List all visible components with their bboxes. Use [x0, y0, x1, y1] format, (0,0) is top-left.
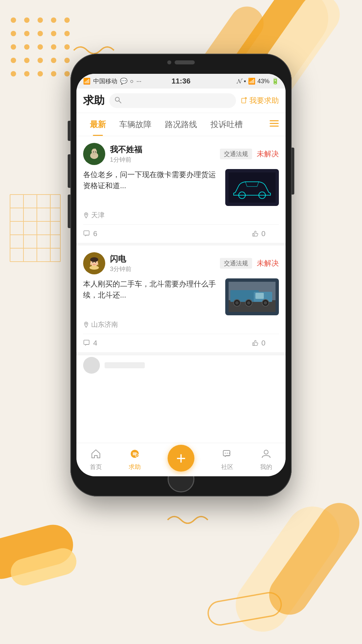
svg-point-17 — [64, 44, 70, 50]
svg-point-16 — [51, 44, 56, 50]
phone-screen: 📶 中国移动 💬 ○ ··· 11:36 𝓝 ▪️ 📶 43% 🔋 求助 — [76, 74, 286, 476]
phone-device: 📶 中国移动 💬 ○ ··· 11:36 𝓝 ▪️ 📶 43% 🔋 求助 — [70, 54, 292, 496]
avatar — [83, 252, 105, 274]
post-time: 3分钟前 — [110, 265, 215, 273]
post-body: 本人刚买的二手车，北斗需要办理什么手续，北斗还... — [83, 278, 279, 315]
svg-point-26 — [51, 71, 56, 76]
svg-point-87 — [227, 453, 228, 454]
location-text: 天津 — [91, 211, 105, 220]
nav-add-button[interactable]: + — [168, 445, 194, 472]
svg-point-15 — [38, 44, 43, 50]
tab-bar: 最新 车辆故障 路况路线 投诉吐槽 — [76, 113, 286, 136]
post-text: 本人刚买的二手车，北斗需要办理什么手续，北斗还... — [83, 278, 221, 315]
svg-point-86 — [225, 453, 226, 454]
nav-mine[interactable]: 我的 — [260, 448, 272, 471]
post-tag: 交通法规 — [220, 149, 252, 159]
post-body: 各位老乡，问一下现在微卡需要办理货运资格证和道... — [83, 169, 279, 206]
status-left: 📶 中国移动 💬 ○ ··· — [83, 77, 141, 85]
svg-point-57 — [95, 152, 96, 153]
svg-point-5 — [38, 17, 43, 23]
post-header: 我不姓福 1分钟前 交通法规 未解决 — [83, 143, 279, 165]
nav-community-label: 社区 — [221, 463, 233, 471]
tab-road-conditions[interactable]: 路况路线 — [158, 113, 204, 136]
nav-help-label: 求助 — [129, 463, 141, 471]
comment-count: 4 — [93, 339, 97, 347]
search-icon — [115, 97, 121, 105]
nav-help[interactable]: 求助 — [129, 448, 141, 471]
comment-count: 6 — [93, 229, 97, 238]
svg-point-78 — [235, 301, 239, 305]
nav-community[interactable]: 社区 — [221, 448, 233, 471]
post-header: 闪电 3分钟前 交通法规 未解决 — [83, 252, 279, 274]
location-text: 山东济南 — [91, 320, 118, 329]
svg-point-21 — [51, 58, 56, 63]
svg-point-25 — [38, 71, 43, 76]
like-count: 0 — [261, 339, 265, 347]
post-actions: 4 0 — [83, 334, 279, 352]
svg-point-12 — [64, 31, 70, 36]
like-action[interactable]: 0 — [251, 229, 265, 238]
community-nav-icon — [222, 448, 232, 462]
dots-icon: ··· — [136, 78, 141, 85]
app-title: 求助 — [83, 93, 105, 108]
status-right: 𝓝 ▪️ 📶 43% 🔋 — [237, 77, 279, 85]
signal-icon: 📶 — [83, 77, 90, 85]
svg-point-68 — [89, 266, 99, 270]
help-btn-label: 我要求助 — [249, 96, 279, 106]
svg-point-27 — [64, 71, 70, 76]
battery-label: 43% — [257, 78, 269, 85]
partial-post — [76, 355, 286, 375]
search-bar[interactable] — [109, 93, 236, 108]
post-meta: 闪电 3分钟前 — [110, 254, 215, 273]
home-nav-icon — [91, 448, 101, 462]
svg-point-10 — [38, 31, 43, 36]
bottom-nav: 首页 求助 + — [76, 443, 286, 476]
svg-point-65 — [90, 257, 98, 262]
svg-rect-62 — [84, 231, 89, 235]
svg-point-9 — [24, 31, 29, 36]
status-bar: 📶 中国移动 💬 ○ ··· 11:36 𝓝 ▪️ 📶 43% 🔋 — [76, 74, 286, 89]
svg-point-24 — [24, 71, 29, 76]
svg-point-61 — [85, 214, 87, 215]
message-icon: ○ — [130, 78, 134, 85]
tab-latest[interactable]: 最新 — [83, 113, 113, 136]
svg-point-55 — [94, 149, 96, 152]
feed: 我不姓福 1分钟前 交通法规 未解决 各位老乡，问一下现在微卡需要办理货运资格证… — [76, 136, 286, 443]
svg-point-79 — [247, 301, 250, 305]
svg-rect-74 — [255, 293, 264, 299]
mine-nav-icon — [261, 448, 271, 462]
like-action[interactable]: 0 — [251, 339, 265, 347]
post-card: 闪电 3分钟前 交通法规 未解决 本人刚买的二手车，北斗需要办理什么手续，北斗还… — [76, 246, 286, 355]
svg-rect-82 — [84, 340, 89, 344]
svg-point-13 — [11, 44, 16, 50]
nav-mine-label: 我的 — [260, 463, 272, 471]
comment-action[interactable]: 4 — [83, 339, 97, 347]
post-username: 我不姓福 — [110, 144, 215, 155]
post-location: 山东济南 — [83, 320, 279, 329]
status-time: 11:36 — [172, 77, 190, 86]
post-status: 未解决 — [257, 149, 279, 159]
post-card: 我不姓福 1分钟前 交通法规 未解决 各位老乡，问一下现在微卡需要办理货运资格证… — [76, 136, 286, 246]
post-image — [225, 278, 279, 315]
svg-point-6 — [51, 17, 56, 23]
help-nav-icon — [130, 448, 140, 462]
tab-complaints[interactable]: 投诉吐槽 — [204, 113, 249, 136]
svg-point-14 — [24, 44, 29, 50]
comment-action[interactable]: 6 — [83, 229, 97, 238]
svg-point-20 — [38, 58, 43, 63]
svg-point-89 — [264, 450, 268, 454]
carrier-label: 中国移动 — [93, 77, 117, 85]
battery-icon: 🔋 — [272, 77, 279, 85]
wifi-icon: 📶 — [248, 77, 255, 85]
avatar — [83, 143, 105, 165]
vibrate-icon: ▪️ — [244, 78, 246, 85]
tab-vehicle-fault[interactable]: 车辆故障 — [113, 113, 158, 136]
nav-home[interactable]: 首页 — [90, 448, 102, 471]
menu-icon[interactable] — [269, 119, 279, 130]
like-count: 0 — [261, 229, 265, 238]
help-request-button[interactable]: 我要求助 — [241, 96, 279, 106]
svg-point-3 — [11, 17, 16, 23]
svg-point-67 — [95, 262, 96, 263]
svg-point-4 — [24, 17, 29, 23]
svg-point-18 — [11, 58, 16, 63]
